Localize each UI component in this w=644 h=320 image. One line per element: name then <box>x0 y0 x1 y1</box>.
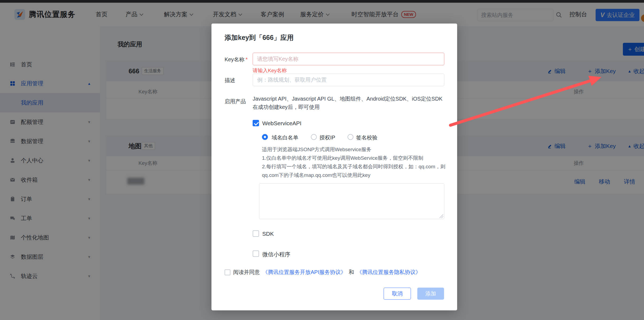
api-agreement-link[interactable]: 《腾讯位置服务开放API服务协议》 <box>263 269 346 276</box>
products-label: 启用产品 <box>225 98 246 105</box>
key-name-label: Key名称* <box>225 56 248 63</box>
description-input[interactable] <box>253 74 444 86</box>
webservice-label: WebServiceAPI <box>262 120 302 127</box>
key-name-input[interactable] <box>253 53 444 65</box>
sdk-label: SDK <box>262 231 274 237</box>
help-line-1: 适用于浏览器端JSONP方式调用Webservice服务 <box>262 145 449 154</box>
domain-whitelist-textarea[interactable] <box>259 183 444 219</box>
key-name-error: 请输入Key名称 <box>253 67 287 74</box>
page-root: 腾讯位置服务 首页 产品 解决方案 开发文档 客户案例 服务定价 时空智能开放平… <box>0 0 644 320</box>
modal-title: 添加key到「666」应用 <box>225 33 294 42</box>
privacy-agreement-link[interactable]: 《腾讯位置服务隐私协议》 <box>357 269 421 276</box>
radio-domain-whitelist[interactable] <box>262 134 268 140</box>
wechat-miniprogram-checkbox[interactable] <box>253 250 259 257</box>
radio-signature-check-label: 签名校验 <box>356 134 377 141</box>
products-description: Javascript API、Javascript API GL、地图组件、An… <box>253 95 446 111</box>
help-line-2: 1.仅白名单中的域名才可使用此key调用WebService服务，留空则不限制 <box>262 154 449 162</box>
agreement-row: 阅读并同意 《腾讯位置服务开放API服务协议》 和 《腾讯位置服务隐私协议》 <box>225 269 421 276</box>
add-key-modal: 添加key到「666」应用 Key名称* 请输入Key名称 描述 启用产品 Ja… <box>211 24 457 310</box>
required-asterisk: * <box>245 56 248 62</box>
textarea-resize-handle[interactable] <box>439 214 443 218</box>
help-line-3: 2.每行填写一个域名，填写的域名及其子域名都会同时得到授权，如：qq.com，则… <box>262 162 449 180</box>
radio-domain-whitelist-label: 域名白名单 <box>272 134 298 141</box>
description-label: 描述 <box>225 77 235 84</box>
wechat-miniprogram-label: 微信小程序 <box>262 251 290 258</box>
agreement-and: 和 <box>349 269 354 276</box>
agreement-checkbox[interactable] <box>225 269 230 275</box>
webservice-checkbox[interactable] <box>253 120 259 126</box>
radio-signature-check[interactable] <box>348 134 353 140</box>
submit-add-button[interactable]: 添加 <box>417 288 444 300</box>
sdk-checkbox[interactable] <box>253 230 259 237</box>
radio-authorized-ip-label: 授权IP <box>319 134 335 141</box>
radio-authorized-ip[interactable] <box>311 134 317 140</box>
webservice-help: 适用于浏览器端JSONP方式调用Webservice服务 1.仅白名单中的域名才… <box>262 145 449 180</box>
cancel-button[interactable]: 取消 <box>384 288 411 300</box>
agreement-prefix: 阅读并同意 <box>233 269 260 276</box>
